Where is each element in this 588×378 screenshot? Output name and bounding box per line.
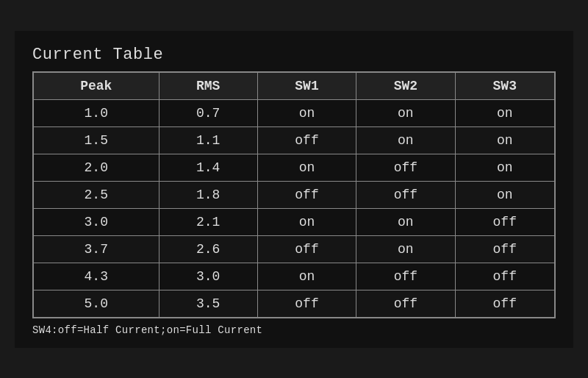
table-row: 1.51.1offonon	[33, 126, 555, 154]
cell-rms-4: 2.1	[159, 208, 257, 235]
footnote: SW4:off=Half Current;on=Full Current	[32, 324, 556, 336]
table-header-row: Peak RMS SW1 SW2 SW3	[33, 72, 555, 100]
cell-sw3-6: off	[455, 263, 555, 290]
page-title: Current Table	[32, 46, 556, 64]
cell-sw3-1: on	[455, 126, 555, 154]
cell-sw1-4: on	[257, 208, 356, 235]
cell-sw1-6: on	[257, 263, 356, 290]
cell-peak-7: 5.0	[33, 290, 159, 318]
cell-rms-6: 3.0	[159, 263, 257, 290]
current-table: Peak RMS SW1 SW2 SW3 1.00.7ononon1.51.1o…	[32, 71, 556, 318]
table-row: 1.00.7ononon	[33, 99, 555, 126]
cell-sw2-2: off	[356, 154, 455, 181]
cell-peak-3: 2.5	[33, 181, 159, 208]
cell-sw1-0: on	[257, 99, 356, 126]
cell-sw3-7: off	[455, 290, 555, 318]
cell-rms-5: 2.6	[159, 235, 257, 263]
cell-sw3-3: on	[455, 181, 555, 208]
cell-peak-5: 3.7	[33, 235, 159, 263]
cell-rms-3: 1.8	[159, 181, 257, 208]
cell-sw2-5: on	[356, 235, 455, 263]
col-header-peak: Peak	[33, 72, 159, 100]
table-row: 5.03.5offoffoff	[33, 290, 555, 318]
cell-sw3-2: on	[455, 154, 555, 181]
cell-sw1-3: off	[257, 181, 356, 208]
table-row: 2.01.4onoffon	[33, 154, 555, 181]
cell-sw2-7: off	[356, 290, 455, 318]
cell-sw2-6: off	[356, 263, 455, 290]
cell-sw1-2: on	[257, 154, 356, 181]
table-row: 2.51.8offoffon	[33, 181, 555, 208]
cell-peak-0: 1.0	[33, 99, 159, 126]
col-header-sw1: SW1	[257, 72, 356, 100]
table-row: 3.02.1ononoff	[33, 208, 555, 235]
col-header-sw2: SW2	[356, 72, 455, 100]
cell-sw1-1: off	[257, 126, 356, 154]
cell-rms-2: 1.4	[159, 154, 257, 181]
cell-sw3-5: off	[455, 235, 555, 263]
cell-rms-0: 0.7	[159, 99, 257, 126]
cell-peak-2: 2.0	[33, 154, 159, 181]
cell-sw3-0: on	[455, 99, 555, 126]
cell-sw2-3: off	[356, 181, 455, 208]
table-row: 4.33.0onoffoff	[33, 263, 555, 290]
cell-peak-1: 1.5	[33, 126, 159, 154]
main-container: Current Table Peak RMS SW1 SW2 SW3 1.00.…	[15, 31, 573, 348]
cell-sw2-4: on	[356, 208, 455, 235]
col-header-rms: RMS	[159, 72, 257, 100]
cell-sw3-4: off	[455, 208, 555, 235]
cell-sw1-7: off	[257, 290, 356, 318]
cell-sw2-1: on	[356, 126, 455, 154]
cell-rms-7: 3.5	[159, 290, 257, 318]
col-header-sw3: SW3	[455, 72, 555, 100]
cell-peak-6: 4.3	[33, 263, 159, 290]
cell-peak-4: 3.0	[33, 208, 159, 235]
cell-rms-1: 1.1	[159, 126, 257, 154]
cell-sw1-5: off	[257, 235, 356, 263]
cell-sw2-0: on	[356, 99, 455, 126]
table-row: 3.72.6offonoff	[33, 235, 555, 263]
